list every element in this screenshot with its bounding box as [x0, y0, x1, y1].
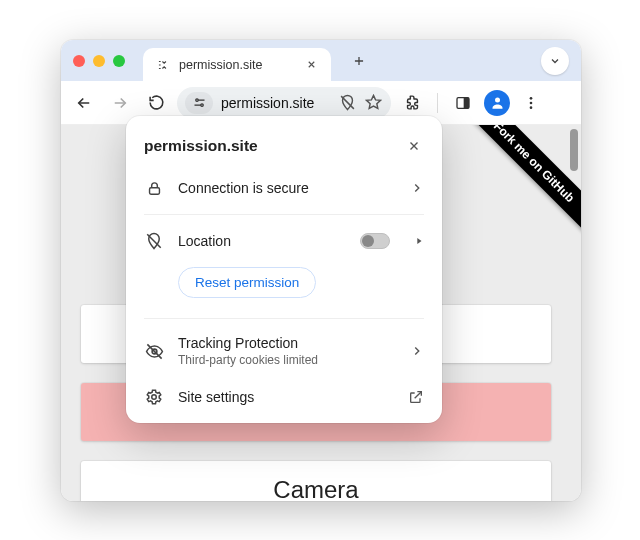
- bookmark-button[interactable]: [363, 93, 383, 113]
- svg-point-0: [195, 99, 198, 102]
- extensions-button[interactable]: [397, 88, 427, 118]
- divider: [144, 318, 424, 319]
- titlebar: permission.site: [61, 40, 581, 81]
- tracking-row[interactable]: Tracking Protection Third-party cookies …: [126, 325, 442, 377]
- tab-favicon-icon: [155, 57, 171, 73]
- window-maximize-button[interactable]: [113, 55, 125, 67]
- chevron-right-icon: [410, 181, 424, 195]
- reset-row: Reset permission: [126, 261, 442, 312]
- svg-rect-8: [149, 187, 159, 193]
- window-close-button[interactable]: [73, 55, 85, 67]
- url-text: permission.site: [221, 95, 329, 111]
- forward-button[interactable]: [105, 88, 135, 118]
- tab-close-button[interactable]: [303, 57, 319, 73]
- external-link-icon: [408, 389, 424, 405]
- location-blocked-icon[interactable]: [337, 93, 357, 113]
- profile-button[interactable]: [484, 90, 510, 116]
- location-label: Location: [178, 233, 346, 249]
- permission-button-camera[interactable]: Camera: [81, 461, 551, 501]
- divider: [144, 214, 424, 215]
- back-button[interactable]: [69, 88, 99, 118]
- location-off-icon: [144, 231, 164, 251]
- chevron-right-icon: [410, 344, 424, 358]
- tab-title: permission.site: [179, 58, 295, 72]
- svg-point-5: [530, 97, 533, 100]
- window-controls: [73, 55, 125, 67]
- site-info-popover: permission.site Connection is secure Loc…: [126, 116, 442, 423]
- reload-button[interactable]: [141, 88, 171, 118]
- eye-off-icon: [144, 341, 164, 361]
- settings-label: Site settings: [178, 389, 394, 405]
- site-info-button[interactable]: [185, 92, 213, 114]
- browser-tab[interactable]: permission.site: [143, 48, 331, 81]
- address-bar[interactable]: permission.site: [177, 87, 391, 119]
- svg-point-10: [152, 395, 157, 400]
- github-ribbon[interactable]: Fork me on GitHub: [458, 125, 581, 238]
- sidepanel-button[interactable]: [448, 88, 478, 118]
- tab-overflow-button[interactable]: [541, 47, 569, 75]
- connection-label: Connection is secure: [178, 180, 396, 196]
- lock-icon: [144, 178, 164, 198]
- gear-icon: [144, 387, 164, 407]
- scrollbar-thumb[interactable]: [570, 129, 578, 171]
- svg-point-6: [530, 101, 533, 104]
- window-minimize-button[interactable]: [93, 55, 105, 67]
- popover-close-button[interactable]: [404, 136, 424, 156]
- toolbar-divider: [437, 93, 438, 113]
- reset-permission-button[interactable]: Reset permission: [178, 267, 316, 298]
- tracking-subtext: Third-party cookies limited: [178, 353, 396, 367]
- popover-title: permission.site: [144, 137, 258, 155]
- svg-point-4: [495, 98, 500, 103]
- svg-point-1: [200, 104, 203, 107]
- chevron-right-icon[interactable]: [414, 236, 424, 246]
- svg-point-7: [530, 106, 533, 109]
- location-toggle[interactable]: [360, 233, 390, 249]
- location-row: Location: [126, 221, 442, 261]
- site-settings-row[interactable]: Site settings: [126, 377, 442, 417]
- menu-button[interactable]: [516, 88, 546, 118]
- tracking-label: Tracking Protection: [178, 335, 396, 351]
- connection-row[interactable]: Connection is secure: [126, 168, 442, 208]
- svg-rect-3: [464, 97, 469, 108]
- new-tab-button[interactable]: [345, 47, 373, 75]
